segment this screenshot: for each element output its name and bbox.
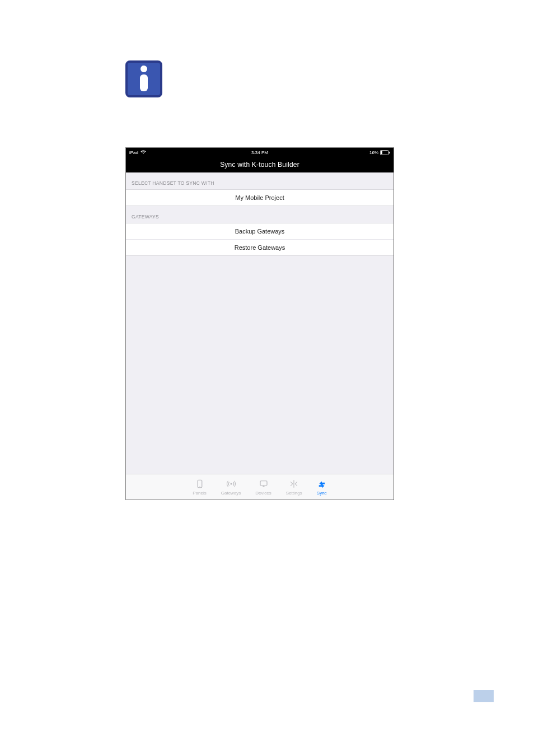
info-icon	[125, 60, 162, 97]
empty-area	[126, 256, 394, 474]
sync-icon	[317, 479, 327, 490]
settings-icon	[289, 479, 299, 490]
devices-icon	[259, 479, 269, 490]
row-label: My Mobile Project	[235, 194, 284, 201]
gateways-icon	[226, 479, 236, 490]
tab-panels[interactable]: Panels	[193, 479, 206, 496]
svg-point-4	[199, 486, 200, 487]
battery-icon	[380, 150, 390, 155]
tab-gateways[interactable]: Gateways	[221, 479, 241, 496]
svg-rect-2	[381, 151, 382, 153]
nav-bar: Sync with K-touch Builder	[126, 157, 394, 172]
tab-label: Devices	[255, 491, 271, 496]
tab-label: Settings	[286, 491, 302, 496]
svg-rect-1	[389, 151, 390, 153]
wifi-icon	[140, 150, 146, 155]
clock: 3:34 PM	[126, 150, 394, 155]
row-restore-gateways[interactable]: Restore Gateways	[126, 240, 394, 256]
tab-label: Gateways	[221, 491, 241, 496]
ios-status-bar: iPad 3:34 PM 16%	[126, 148, 394, 157]
row-backup-gateways[interactable]: Backup Gateways	[126, 223, 394, 240]
nav-title: Sync with K-touch Builder	[220, 161, 299, 169]
svg-rect-6	[260, 481, 267, 486]
svg-point-5	[230, 483, 232, 485]
tab-label: Sync	[317, 491, 327, 496]
row-label: Restore Gateways	[235, 244, 285, 251]
info-glyph	[136, 66, 152, 92]
tab-devices[interactable]: Devices	[255, 479, 271, 496]
tab-sync[interactable]: Sync	[317, 479, 327, 496]
ipad-screenshot: iPad 3:34 PM 16%	[125, 147, 394, 500]
page-number-badge	[474, 690, 494, 702]
tab-bar: Panels Gateways	[126, 474, 394, 500]
row-my-mobile-project[interactable]: My Mobile Project	[126, 189, 394, 206]
tab-settings[interactable]: Settings	[286, 479, 302, 496]
row-label: Backup Gateways	[235, 228, 285, 235]
battery-percent: 16%	[369, 150, 378, 155]
section-header-gateways: GATEWAYS	[126, 206, 394, 223]
tab-label: Panels	[193, 491, 206, 496]
device-label: iPad	[129, 150, 138, 155]
panels-icon	[195, 479, 205, 490]
section-header-handset: SELECT HANDSET TO SYNC WITH	[126, 172, 394, 189]
